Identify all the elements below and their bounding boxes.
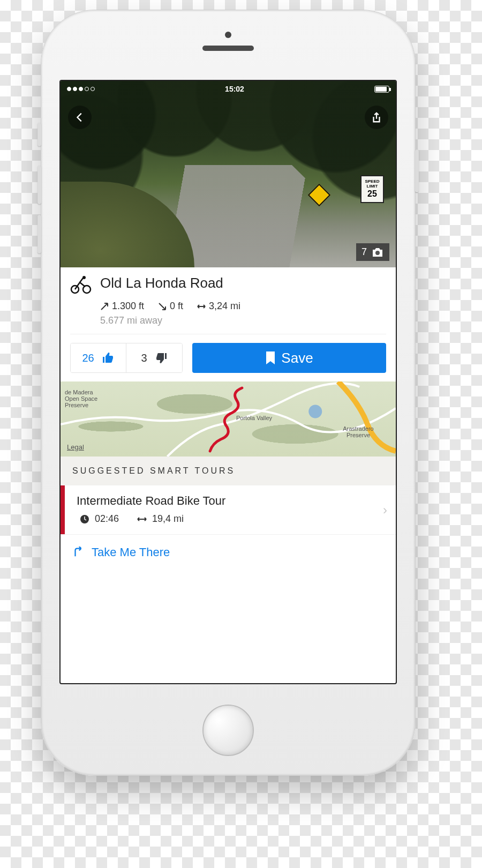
camera-icon: [371, 247, 384, 258]
map-label-3: Arastradero Preserve: [337, 425, 380, 438]
ascent-value: 1.300 ft: [112, 301, 144, 312]
map-label-1: de Madera Open Space Preserve: [65, 389, 108, 408]
take-me-there-label: Take Me There: [92, 545, 170, 559]
back-button[interactable]: [68, 106, 92, 129]
map-label-2: Portola Valley: [236, 415, 272, 421]
signal-strength-icon: [67, 87, 95, 91]
route-title: Old La Honda Road: [100, 275, 223, 291]
descent-value: 0 ft: [170, 301, 183, 312]
clock-icon: [80, 514, 89, 524]
directions-icon: [72, 547, 84, 558]
descent-icon: [158, 302, 167, 311]
earpiece: [202, 46, 254, 51]
distance-away: 5.677 mi away: [61, 312, 396, 334]
speed-limit-label: SPEED LIMIT: [362, 179, 383, 189]
suggested-header: SUGGESTED SMART TOURS: [61, 457, 396, 485]
suggested-tour-item[interactable]: Intermediate Road Bike Tour 02:46 19,4 m…: [61, 485, 396, 534]
chevron-right-icon: ›: [383, 503, 387, 518]
tour-distance: 19,4 mi: [152, 513, 184, 525]
speed-limit-value: 25: [362, 189, 383, 199]
photo-count-value: 7: [362, 246, 367, 258]
status-time: 15:02: [225, 85, 244, 93]
power-button: [415, 149, 419, 192]
thumbs-down-icon: [155, 351, 168, 364]
volume-down-button: [37, 215, 41, 253]
svg-point-4: [82, 276, 86, 279]
cycling-icon: [70, 275, 92, 296]
hero-image: SPEED LIMIT 25 15:02: [61, 81, 396, 267]
bookmark-icon: [265, 351, 276, 364]
upvote-count: 26: [82, 352, 94, 364]
take-me-there-button[interactable]: Take Me There: [61, 534, 396, 570]
screen: SPEED LIMIT 25 15:02: [59, 80, 397, 684]
route-stats: 1.300 ft 0 ft 3,24 mi: [61, 298, 396, 312]
chevron-left-icon: [74, 111, 86, 123]
map-preview[interactable]: de Madera Open Space Preserve Portola Va…: [61, 381, 396, 457]
svg-point-1: [375, 251, 380, 255]
share-button[interactable]: [365, 106, 388, 129]
downvote-count: 3: [141, 352, 147, 364]
distance-icon: [197, 302, 206, 311]
upvote-button[interactable]: 26: [71, 343, 126, 372]
save-label: Save: [281, 350, 313, 366]
ascent-icon: [100, 302, 109, 311]
save-button[interactable]: Save: [192, 343, 386, 373]
thumbs-up-icon: [102, 351, 115, 364]
volume-up-button: [37, 166, 41, 204]
phone-frame: SPEED LIMIT 25 15:02: [41, 10, 416, 776]
share-icon: [371, 111, 382, 123]
photo-count-badge[interactable]: 7: [356, 243, 389, 261]
mute-switch: [37, 123, 41, 146]
map-legal-link[interactable]: Legal: [67, 443, 84, 451]
status-bar: 15:02: [61, 81, 396, 97]
tour-duration: 02:46: [95, 513, 119, 525]
tour-title: Intermediate Road Bike Tour: [77, 494, 384, 508]
distance-value: 3,24 mi: [209, 301, 240, 312]
speed-limit-sign: SPEED LIMIT 25: [360, 175, 384, 203]
downvote-button[interactable]: 3: [126, 343, 182, 372]
battery-icon: [374, 86, 389, 93]
vote-group: 26 3: [70, 343, 183, 373]
front-camera: [225, 32, 231, 38]
svg-point-3: [83, 286, 91, 293]
home-button[interactable]: [202, 705, 254, 756]
distance-icon: [137, 514, 147, 524]
